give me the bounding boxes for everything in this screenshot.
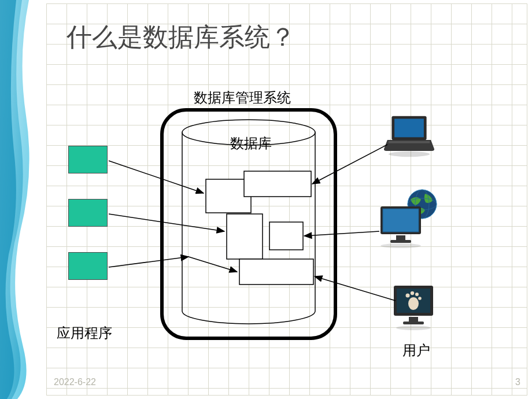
users-label: 用户 [402,341,430,360]
svg-rect-9 [383,209,419,232]
grid-background [46,3,527,396]
svg-rect-22 [409,317,418,322]
svg-point-24 [396,326,431,330]
svg-point-20 [415,293,419,296]
svg-rect-1 [394,119,424,137]
desktop-icon [390,283,437,331]
svg-rect-12 [390,240,411,243]
wave-decoration [0,0,43,399]
svg-point-21 [418,297,422,300]
svg-point-19 [411,291,414,295]
application-box-2 [68,199,108,227]
globe-monitor-icon [376,188,439,249]
dbms-label: 数据库管理系统 [194,88,291,107]
applications-label: 应用程序 [57,324,112,342]
svg-point-17 [408,297,419,310]
database-label: 数据库 [230,134,272,153]
svg-point-3 [389,152,430,157]
svg-point-18 [406,294,410,298]
svg-point-13 [380,243,421,248]
svg-rect-11 [396,235,405,240]
svg-rect-2 [389,141,430,143]
laptop-icon [382,113,437,159]
svg-rect-23 [403,322,424,324]
footer-page-number: 3 [515,377,520,387]
footer-date: 2022-6-22 [54,377,96,387]
application-box-1 [68,146,108,173]
application-box-3 [68,252,108,280]
slide-title: 什么是数据库系统？ [66,20,295,54]
